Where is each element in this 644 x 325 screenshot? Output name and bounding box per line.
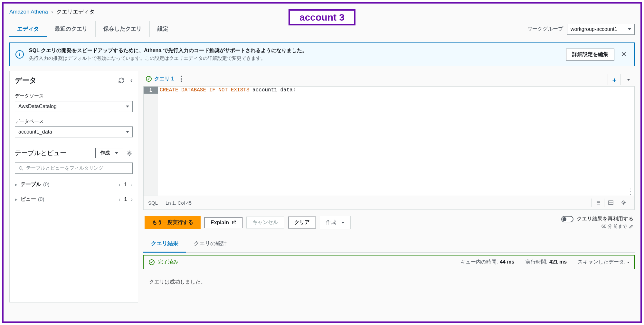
next-page-icon[interactable]: › [131, 182, 133, 188]
status-cursor-position: Ln 1, Col 45 [166, 200, 192, 206]
result-message: クエリは成功しました。 [143, 269, 635, 295]
reuse-results-label: クエリ結果を再利用する [577, 216, 633, 222]
caret-down-icon [628, 28, 631, 30]
refresh-icon[interactable] [118, 76, 125, 85]
svg-point-5 [623, 202, 624, 204]
tables-count: (0) [43, 182, 50, 188]
svg-rect-3 [609, 201, 613, 205]
prev-page-icon[interactable]: ‹ [118, 182, 120, 188]
views-count: (0) [38, 197, 44, 202]
new-query-icon[interactable]: ＋ [608, 74, 620, 85]
cancel-button: キャンセル [246, 217, 284, 228]
create-dropdown[interactable]: 作成 [320, 216, 351, 229]
views-label: ビュー [21, 196, 36, 203]
format-icon[interactable] [591, 199, 604, 207]
svg-point-0 [128, 152, 130, 154]
create-label: 作成 [326, 219, 336, 226]
caret-down-icon [341, 222, 345, 224]
run-again-button[interactable]: もう一度実行する [145, 216, 201, 229]
code-editor[interactable]: 1 CREATE DATABASE IF NOT EXISTS account1… [143, 87, 635, 196]
result-status-bar: ✓ 完了済み キュー内の時間:44 ms 実行時間:421 ms スキャンしたデ… [143, 255, 635, 269]
create-button-label: 作成 [100, 150, 110, 156]
svg-point-1 [19, 166, 22, 169]
data-panel: データ ‹ データソース AwsDataCa [9, 71, 138, 302]
clear-button[interactable]: クリア [288, 217, 316, 228]
code-keyword: DATABASE [181, 87, 206, 93]
query-tab-menu-icon[interactable] [620, 74, 633, 85]
banner-title: SQL クエリの開発をスピードアップするために、Athena で先行入力のコード… [29, 47, 307, 54]
query-tab-1[interactable]: ✓ クエリ 1 ⋮ [143, 73, 189, 86]
database-label: データベース [15, 118, 133, 125]
tables-views-title: テーブルとビュー [15, 149, 66, 157]
reuse-note: 60 分 前まで [601, 224, 627, 229]
close-icon[interactable]: ✕ [619, 50, 629, 59]
query-tab-label: クエリ 1 [154, 76, 174, 82]
success-icon: ✓ [146, 76, 152, 82]
status-label: 完了済み [158, 259, 178, 265]
tab-recent[interactable]: 最近のクエリ [47, 21, 96, 37]
breadcrumb-root-link[interactable]: Amazon Athena [9, 9, 48, 15]
expand-icon: ▸ [15, 196, 17, 202]
gear-icon[interactable] [617, 199, 630, 207]
page-number: 1 [124, 182, 127, 188]
tab-query-results[interactable]: クエリ結果 [143, 235, 186, 253]
views-row[interactable]: ▸ ビュー (0) ‹ 1 › [10, 192, 138, 207]
filter-input[interactable]: テーブルとビューをフィルタリング [15, 162, 133, 174]
editor-status-bar: SQL Ln 1, Col 45 [143, 196, 635, 210]
tab-query-stats[interactable]: クエリの統計 [186, 235, 234, 252]
info-icon: i [15, 50, 24, 59]
database-select[interactable]: account1_data [15, 126, 133, 137]
workspace: データ ‹ データソース AwsDataCa [9, 71, 635, 302]
status-language: SQL [148, 200, 158, 206]
collapse-icon[interactable]: ‹ [130, 76, 133, 85]
datasource-select[interactable]: AwsDataCatalog [15, 101, 133, 112]
create-button[interactable]: 作成 [95, 148, 123, 158]
layout-icon[interactable] [604, 199, 617, 207]
tab-settings[interactable]: 設定 [150, 21, 176, 37]
filter-placeholder: テーブルとビューをフィルタリング [26, 165, 103, 171]
tab-saved[interactable]: 保存したクエリ [96, 21, 150, 37]
nav-tabs: エディタ 最近のクエリ 保存したクエリ 設定 [9, 21, 176, 37]
tables-label: テーブル [21, 181, 41, 188]
gear-icon[interactable] [126, 150, 133, 156]
edit-settings-button[interactable]: 詳細設定を編集 [566, 49, 614, 60]
workgroup-value: workgroup-account1 [571, 26, 617, 32]
data-panel-title: データ [15, 76, 37, 85]
code-content[interactable]: CREATE DATABASE IF NOT EXISTS account1_d… [158, 87, 634, 196]
banner-description: 先行入力の推奨はデフォルトで有効になっています。この設定はクエリエディタの詳細設… [29, 55, 307, 61]
caret-down-icon [126, 131, 129, 133]
workgroup-select[interactable]: workgroup-account1 [567, 24, 635, 35]
caret-down-icon [126, 106, 129, 107]
reuse-results-toggle[interactable] [561, 216, 573, 222]
action-row: もう一度実行する Explain キャンセル クリア 作成 クエリ結果を再 [143, 210, 635, 235]
line-gutter: 1 [144, 87, 158, 196]
page-number: 1 [124, 197, 127, 202]
code-identifier: account1_data; [249, 87, 296, 93]
exec-time: 実行時間:421 ms [526, 259, 567, 265]
tables-row[interactable]: ▸ テーブル (0) ‹ 1 › [10, 177, 138, 192]
breadcrumb-current: クエリエディタ [56, 8, 95, 15]
main-panel: ✓ クエリ 1 ⋮ ＋ 1 CREATE DATABASE IF NOT EXI… [143, 71, 635, 302]
account-badge: account 3 [289, 9, 355, 25]
prev-page-icon[interactable]: ‹ [118, 197, 120, 202]
datasource-label: データソース [15, 93, 133, 99]
explain-label: Explain [211, 220, 229, 226]
line-number: 1 [144, 87, 158, 94]
code-keyword: EXISTS [231, 87, 250, 93]
success-icon: ✓ [149, 259, 155, 265]
workgroup-label: ワークグループ [527, 26, 563, 32]
caret-down-icon [115, 152, 118, 154]
result-tabs: クエリ結果 クエリの統計 [143, 235, 635, 253]
kebab-icon[interactable]: ⋮ [178, 75, 185, 82]
code-keyword: IF [209, 87, 215, 93]
datasource-value: AwsDataCatalog [18, 104, 57, 109]
scan-data: スキャンしたデータ:- [578, 259, 629, 265]
tab-editor[interactable]: エディタ [9, 21, 47, 37]
explain-button[interactable]: Explain [204, 217, 242, 228]
expand-icon: ▸ [15, 181, 17, 188]
next-page-icon[interactable]: › [131, 197, 133, 202]
pencil-icon[interactable] [629, 224, 633, 229]
database-value: account1_data [18, 129, 52, 135]
info-banner: i SQL クエリの開発をスピードアップするために、Athena で先行入力のコ… [9, 42, 635, 66]
external-link-icon [232, 220, 236, 225]
